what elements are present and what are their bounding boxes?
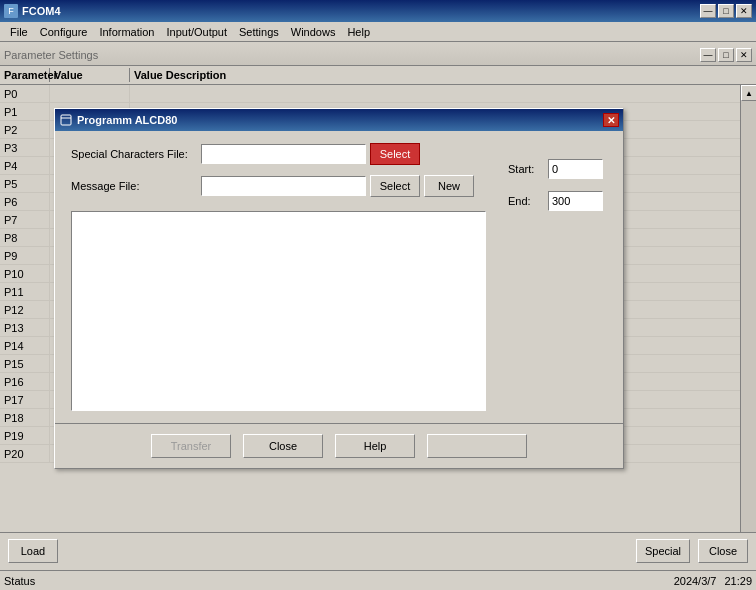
title-bar-controls: — □ ✕ [700,4,752,18]
dialog-title-text: Programm ALCD80 [77,114,177,126]
dialog-footer: Transfer Close Help [55,423,623,468]
message-file-label: Message File: [71,180,201,192]
scroll-up-arrow[interactable]: ▲ [741,85,756,101]
status-right: 2024/3/7 21:29 [674,575,752,587]
param-title-controls: — □ ✕ [700,48,752,62]
dialog-title-left: Programm ALCD80 [59,113,177,127]
dialog-title-bar: Programm ALCD80 ✕ [55,109,623,131]
special-chars-label: Special Characters File: [71,148,201,160]
param-close-bottom-button[interactable]: Close [698,539,748,563]
col-param-header: Parameter [0,68,50,82]
param-maximize-btn[interactable]: □ [718,48,734,62]
param-minimize-btn[interactable]: — [700,48,716,62]
dialog-close-footer-button[interactable]: Close [243,434,323,458]
status-bar: Status 2024/3/7 21:29 [0,570,756,590]
param-window-title: Parameter Settings [4,49,98,61]
message-textarea[interactable] [71,211,486,411]
extra-button[interactable] [427,434,527,458]
dialog-title-icon [59,113,73,127]
select-special-chars-button[interactable]: Select [370,143,420,165]
close-button[interactable]: ✕ [736,4,752,18]
table-header: Parameter Value Value Description [0,66,756,85]
app-title: FCOM4 [22,5,61,17]
param-title-bar: Parameter Settings — □ ✕ [0,44,756,66]
table-row[interactable]: P0 [0,85,756,103]
start-label: Start: [508,163,548,175]
status-text: Status [4,575,674,587]
help-button[interactable]: Help [335,434,415,458]
end-field-row: End: [508,191,603,211]
param-close-btn[interactable]: ✕ [736,48,752,62]
new-button[interactable]: New [424,175,474,197]
end-input[interactable] [548,191,603,211]
menu-input-output[interactable]: Input/Output [160,24,233,40]
transfer-button[interactable]: Transfer [151,434,231,458]
message-file-input[interactable] [201,176,366,196]
menu-settings[interactable]: Settings [233,24,285,40]
dialog-content-area: Start: End: [71,207,607,411]
right-fields: Start: End: [508,159,603,223]
minimize-button[interactable]: — [700,4,716,18]
menu-information[interactable]: Information [93,24,160,40]
dialog-body: Special Characters File: Select Message … [55,131,623,423]
alcd80-dialog: Programm ALCD80 ✕ Special Characters Fil… [54,108,624,469]
scroll-track[interactable] [741,101,756,535]
special-chars-input[interactable] [201,144,366,164]
maximize-button[interactable]: □ [718,4,734,18]
start-input[interactable] [548,159,603,179]
load-button[interactable]: Load [8,539,58,563]
start-field-row: Start: [508,159,603,179]
dialog-close-button[interactable]: ✕ [603,113,619,127]
special-button[interactable]: Special [636,539,690,563]
app-icon: F [4,4,18,18]
status-time: 21:29 [724,575,752,587]
col-desc-header: Value Description [130,68,740,82]
status-date: 2024/3/7 [674,575,717,587]
menu-file[interactable]: File [4,24,34,40]
app-title-bar: F FCOM4 — □ ✕ [0,0,756,22]
menu-configure[interactable]: Configure [34,24,94,40]
param-footer: Load Special Close [0,532,756,568]
menu-windows[interactable]: Windows [285,24,342,40]
app-icon-text: F [8,6,14,16]
end-label: End: [508,195,548,207]
svg-rect-0 [61,115,71,125]
select-message-file-button[interactable]: Select [370,175,420,197]
menu-bar: File Configure Information Input/Output … [0,22,756,42]
vertical-scrollbar[interactable]: ▲ ▼ [740,85,756,551]
menu-help[interactable]: Help [341,24,376,40]
col-value-header: Value [50,68,130,82]
